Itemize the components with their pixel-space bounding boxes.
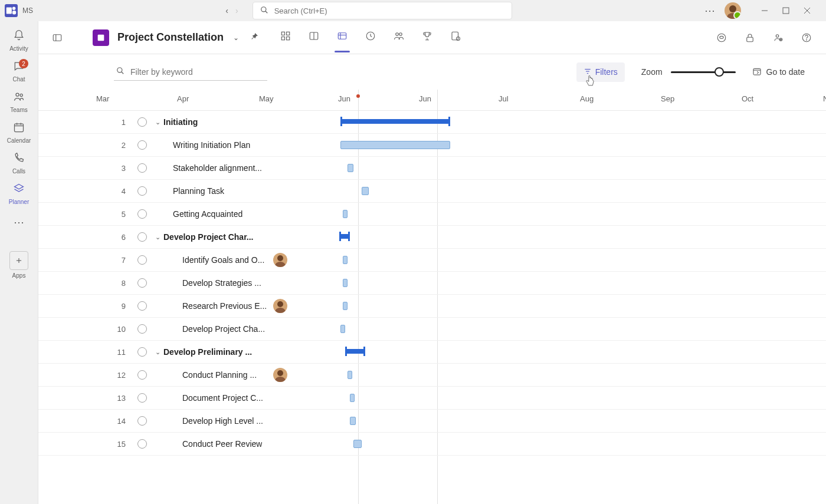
task-row[interactable]: 7Identify Goals and O... [38,249,826,272]
go-to-date-button[interactable]: Go to date [752,67,805,78]
complete-toggle-icon[interactable] [137,324,147,334]
complete-toggle-icon[interactable] [137,347,147,357]
view-assignments-icon[interactable] [448,22,463,52]
task-title[interactable]: Initiating [163,117,198,127]
complete-toggle-icon[interactable] [137,117,147,127]
task-title[interactable]: Develop Project Char... [163,232,254,242]
complete-toggle-icon[interactable] [137,278,147,288]
task-title[interactable]: Develop Project Cha... [182,324,265,334]
complete-toggle-icon[interactable] [137,370,147,380]
gantt-bar[interactable] [340,325,345,333]
gantt-timeline[interactable]: MarAprMayJunJunJulAugSepOctNov 1⌄Initiat… [38,90,826,504]
collapse-icon[interactable]: ⌄ [155,118,160,126]
complete-toggle-icon[interactable] [137,255,147,265]
nav-forward-icon[interactable]: › [235,6,238,15]
sidebar-item-calendar[interactable]: Calendar [2,118,35,147]
task-row[interactable]: 14Develop High Level ... [38,410,826,433]
task-title[interactable]: Conduct Planning ... [182,370,257,380]
view-goals-icon[interactable] [419,22,435,52]
gantt-bar[interactable] [362,187,369,195]
window-maximize-icon[interactable] [776,2,795,19]
copilot-icon[interactable] [713,29,730,47]
gantt-bar[interactable] [343,279,348,287]
task-row[interactable]: 10Develop Project Cha... [38,318,826,341]
sidebar-item-teams[interactable]: Teams [2,87,35,117]
task-row[interactable]: 1⌄Initiating [38,111,826,134]
view-people-icon[interactable] [391,22,407,52]
task-row[interactable]: 4Planning Task [38,180,826,203]
task-row[interactable]: 5Getting Acquainted [38,203,826,226]
window-close-icon[interactable] [798,2,817,19]
gantt-bar[interactable] [350,417,356,425]
sidebar-item-activity[interactable]: Activity [2,26,35,55]
view-timeline-icon[interactable] [335,22,350,52]
task-title[interactable]: Identify Goals and O... [182,255,264,265]
task-row[interactable]: 6⌄Develop Project Char... [38,226,826,249]
global-search-input[interactable] [274,6,504,15]
gantt-bar[interactable] [343,210,348,218]
assignee-avatar[interactable] [273,368,287,382]
gantt-bar[interactable] [340,119,450,124]
task-title[interactable]: Develop Preliminary ... [163,347,252,357]
task-row[interactable]: 15Conduct Peer Review [38,433,826,456]
current-user-avatar[interactable] [725,2,741,19]
complete-toggle-icon[interactable] [137,140,147,150]
pin-icon[interactable] [250,32,259,43]
task-title[interactable]: Getting Acquainted [173,209,242,219]
gantt-bar[interactable] [339,234,350,239]
task-title[interactable]: Document Project C... [182,393,263,403]
sidebar-item-planner[interactable]: Planner [2,179,35,209]
collapse-icon[interactable]: ⌄ [155,348,160,356]
gantt-bar[interactable] [348,164,353,172]
task-title[interactable]: Develop Strategies ... [182,278,261,288]
complete-toggle-icon[interactable] [137,301,147,311]
window-minimize-icon[interactable] [755,2,774,19]
complete-toggle-icon[interactable] [137,393,147,403]
task-title[interactable]: Conduct Peer Review [182,439,262,449]
lock-icon[interactable] [741,29,759,47]
nav-back-icon[interactable]: ‹ [225,6,228,15]
task-row[interactable]: 9Research Previous E... [38,295,826,318]
sidebar-more-icon[interactable]: ⋯ [2,216,35,229]
complete-toggle-icon[interactable] [137,232,147,242]
task-row[interactable]: 13Document Project C... [38,387,826,410]
more-options-icon[interactable]: ⋯ [704,4,715,17]
task-title[interactable]: Writing Initiation Plan [173,140,250,150]
gantt-bar[interactable] [343,256,348,264]
gantt-bar[interactable] [353,440,362,448]
gantt-bar[interactable] [348,371,352,379]
panel-toggle-icon[interactable] [49,29,65,46]
global-search[interactable] [253,2,512,19]
view-board-icon[interactable] [306,22,322,52]
gantt-bar[interactable] [340,141,450,149]
sidebar-item-calls[interactable]: Calls [2,149,35,178]
complete-toggle-icon[interactable] [137,209,147,219]
complete-toggle-icon[interactable] [137,186,147,196]
task-title[interactable]: Develop High Level ... [182,416,263,426]
help-icon[interactable] [798,29,815,47]
task-row[interactable]: 2Writing Initiation Plan [38,134,826,157]
task-title[interactable]: Research Previous E... [182,301,267,311]
sidebar-item-chat[interactable]: 2 Chat [2,57,35,86]
task-title[interactable]: Stakeholder alignment... [173,163,262,173]
task-title[interactable]: Planning Task [173,186,224,196]
complete-toggle-icon[interactable] [137,416,147,426]
task-row[interactable]: 11⌄Develop Preliminary ... [38,341,826,364]
assignee-avatar[interactable] [273,299,287,313]
gantt-bar[interactable] [343,302,348,310]
sidebar-apps-button[interactable] [9,251,28,270]
task-row[interactable]: 3Stakeholder alignment... [38,157,826,180]
members-icon[interactable] [769,29,787,47]
zoom-slider[interactable] [671,67,736,77]
collapse-icon[interactable]: ⌄ [155,233,160,241]
gantt-bar[interactable] [345,349,365,354]
task-row[interactable]: 12Conduct Planning ... [38,364,826,387]
project-dropdown-icon[interactable]: ⌄ [233,34,239,42]
view-schedule-icon[interactable] [363,22,378,52]
gantt-bar[interactable] [350,394,355,402]
task-row[interactable]: 8Develop Strategies ... [38,272,826,295]
keyword-filter[interactable] [114,63,267,81]
keyword-filter-input[interactable] [130,67,265,77]
view-grid-icon[interactable] [278,22,293,52]
assignee-avatar[interactable] [273,253,287,267]
